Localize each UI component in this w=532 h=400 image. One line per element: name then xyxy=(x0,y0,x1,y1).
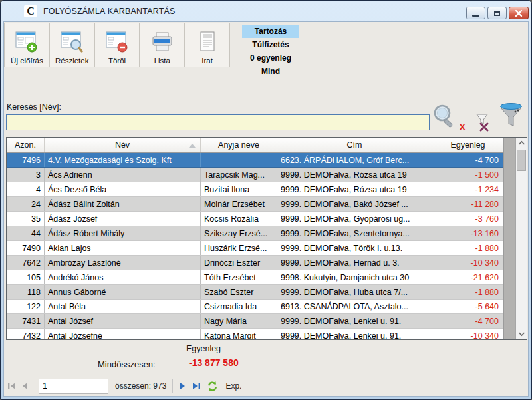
column-header-cim[interactable]: Cím xyxy=(277,138,432,152)
prev-page-button[interactable] xyxy=(18,379,31,393)
new-entry-label: Új előírás xyxy=(11,57,43,65)
table-row[interactable]: 7432Antal JózsefnéKatona Margit9999. DEM… xyxy=(7,329,503,339)
cell-cim: 9999. DEMOFalva, Szentetornya... xyxy=(277,226,432,240)
cell-cim: 9999. DEMOFalva, Török I. u.13. xyxy=(277,241,432,255)
filter-clear-icon[interactable] xyxy=(473,112,491,136)
maximize-button[interactable] xyxy=(487,7,507,19)
cell-azon: 24 xyxy=(7,197,45,211)
refresh-icon xyxy=(207,381,218,392)
cell-azon: 7432 xyxy=(7,329,45,339)
cell-anyja: Nagy Mária xyxy=(201,314,277,328)
page-number-input[interactable] xyxy=(39,379,108,394)
table-row[interactable]: 24Ádász Bálint ZoltánMolnár Erzsébet9999… xyxy=(7,197,503,212)
table-body: 74964.V. Mezőgazdasági és Szolg. Kft6623… xyxy=(7,153,503,339)
scroll-down-button[interactable] xyxy=(516,329,527,339)
cell-nev: Andrékó János xyxy=(45,270,201,284)
cell-egyenleg: -1 500 xyxy=(432,168,503,182)
search-magnifier-icon[interactable] xyxy=(432,102,457,133)
filter-0-egyenleg[interactable]: 0 egyenleg xyxy=(242,51,299,65)
table-row[interactable]: 3Ács AdriennTarapcsik Mag...9999. DEMOFa… xyxy=(7,168,503,182)
list-button[interactable]: Lista xyxy=(140,23,185,67)
scrollbar-thumb[interactable] xyxy=(517,150,526,171)
cell-cim: 9999. DEMOFalva, Bakó József ... xyxy=(277,197,432,211)
cell-egyenleg: -21 620 xyxy=(432,270,503,284)
new-entry-button[interactable]: Új előírás xyxy=(5,23,50,67)
cell-anyja: Katona Margit xyxy=(201,329,277,339)
scroll-up-button[interactable] xyxy=(516,138,527,148)
cell-azon: 7490 xyxy=(7,241,45,255)
cell-nev: Antal Béla xyxy=(45,300,201,313)
filter-mind[interactable]: Mind xyxy=(242,65,299,78)
pager-separator xyxy=(35,379,35,393)
details-button[interactable]: Részletek xyxy=(50,23,95,67)
table-row[interactable]: 105Andrékó JánosTóth Erzsébet9998. Kukut… xyxy=(7,270,503,285)
table-row[interactable]: 44Ádász Róbert MihálySzikszay Erzsé...99… xyxy=(7,226,503,241)
refresh-button[interactable] xyxy=(205,379,219,393)
cell-egyenleg: -13 160 xyxy=(432,226,503,240)
accounts-table: Azon. Név Anyja neve Cím Egyenleg 74964.… xyxy=(6,137,527,340)
filter-funnel-icon[interactable] xyxy=(497,101,525,132)
column-header-egyenleg[interactable]: Egyenleg xyxy=(432,138,503,152)
column-header-nev-label: Név xyxy=(115,140,130,150)
cell-anyja: Buzitai Ilona xyxy=(201,182,277,196)
table-row[interactable]: 4Ács Dezső BélaBuzitai Ilona9999. DEMOFa… xyxy=(7,182,503,197)
minimize-button[interactable] xyxy=(466,7,485,19)
cell-egyenleg: -11 280 xyxy=(432,197,503,211)
table-row[interactable]: 118Annus GábornéSzabó Eszter9999. DEMOFa… xyxy=(7,285,503,300)
chevron-up-icon xyxy=(518,140,525,146)
toolbar: Új előírás Részletek xyxy=(4,23,230,67)
filter-tartozas[interactable]: Tartozás xyxy=(242,25,299,38)
delete-button[interactable]: Töröl xyxy=(95,23,140,67)
vertical-scrollbar[interactable] xyxy=(515,138,527,339)
pager-separator xyxy=(172,379,173,393)
filter-tulfizetes[interactable]: Túlfizetés xyxy=(242,38,299,51)
close-button[interactable] xyxy=(509,7,529,19)
delete-label: Töröl xyxy=(108,57,126,65)
summary-total-value[interactable]: -13 877 580 xyxy=(189,357,239,368)
form-search-icon xyxy=(60,29,84,55)
cell-azon: 7431 xyxy=(7,314,45,328)
document-icon xyxy=(198,29,217,55)
cell-azon: 44 xyxy=(7,226,45,240)
column-header-anyja-neve[interactable]: Anyja neve xyxy=(201,138,277,152)
column-header-nev[interactable]: Név xyxy=(45,138,201,152)
column-header-azon[interactable]: Azon. xyxy=(7,138,45,152)
prev-page-icon xyxy=(21,382,28,390)
sort-asc-icon xyxy=(189,144,196,148)
cell-nev: Ács Adrienn xyxy=(45,168,201,182)
document-button[interactable]: Irat xyxy=(185,23,230,67)
table-row[interactable]: 35Ádász JózsefKocsis Rozália9999. DEMOFa… xyxy=(7,212,503,226)
cell-nev: Aklan Lajos xyxy=(45,241,201,255)
cell-egyenleg: -10 340 xyxy=(432,256,503,270)
titlebar: C FOLYÓSZÁMLA KARBANTARTÁS xyxy=(1,1,531,21)
cell-anyja: Tarapcsik Mag... xyxy=(201,168,277,182)
table-row[interactable]: 7431Antal JózsefNagy Mária9999. DEMOFalv… xyxy=(7,314,503,329)
cell-cim: 6623. ÁRPÁDHALOM, Gróf Berc... xyxy=(277,153,432,167)
first-page-icon xyxy=(7,382,16,390)
table-row[interactable]: 7490Aklan LajosHuszárik Erzsé...9999. DE… xyxy=(7,241,503,256)
form-delete-icon xyxy=(105,29,129,55)
search-input[interactable] xyxy=(6,114,430,130)
table-row[interactable]: 122Antal BélaCsizmadia Ida6913. CSANÁDPA… xyxy=(7,300,503,314)
cell-azon: 122 xyxy=(7,300,45,313)
table-row[interactable]: 7642Ambrózay LászlónéDrinóczi Eszter9999… xyxy=(7,256,503,270)
app-logo-icon: C xyxy=(24,5,37,17)
export-button[interactable]: Exp. xyxy=(225,381,241,391)
cell-cim: 9999. DEMOFalva, Lenkei u. 91. xyxy=(277,329,432,339)
clear-search-icon[interactable]: x xyxy=(460,121,465,131)
balance-filter-list: Tartozás Túlfizetés 0 egyenleg Mind xyxy=(242,25,299,78)
next-page-button[interactable] xyxy=(176,379,190,393)
cell-nev: Annus Gáborné xyxy=(45,285,201,299)
last-page-button[interactable] xyxy=(190,379,203,393)
cell-nev: Ádász József xyxy=(45,212,201,226)
table-row[interactable]: 74964.V. Mezőgazdasági és Szolg. Kft6623… xyxy=(7,153,503,168)
cell-nev: Ambrózay Lászlóné xyxy=(45,256,201,270)
cell-anyja: Csizmadia Ida xyxy=(201,300,277,313)
cell-azon: 118 xyxy=(7,285,45,299)
cell-cim: 9999. DEMOFalva, Hernád u. 3. xyxy=(277,256,432,270)
cell-anyja: Molnár Erzsébet xyxy=(201,197,277,211)
next-page-icon xyxy=(180,382,186,390)
first-page-button[interactable] xyxy=(5,379,18,393)
table-header: Azon. Név Anyja neve Cím Egyenleg xyxy=(7,138,503,153)
cell-nev: Antal Józsefné xyxy=(45,329,201,339)
